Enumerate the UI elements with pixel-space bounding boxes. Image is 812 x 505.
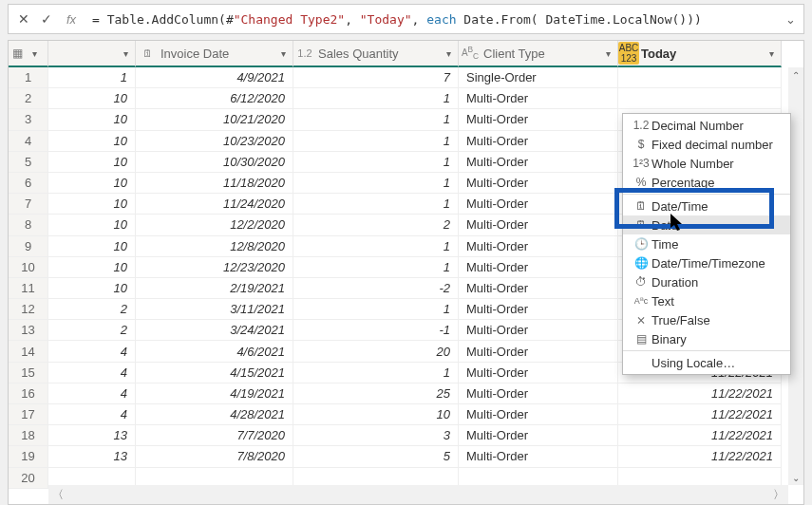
type-duration[interactable]: ⏱Duration xyxy=(623,272,790,291)
cell-invoice-date[interactable]: 4/28/2021 xyxy=(136,404,293,425)
cell-sales-quantity[interactable]: 10 xyxy=(293,404,459,425)
cell-sales-quantity[interactable]: 1 xyxy=(293,109,459,130)
column-header-client-type[interactable]: ABCClient Type▾ xyxy=(459,41,618,67)
cell-invoice-date[interactable]: 12/8/2020 xyxy=(136,236,293,257)
row-index[interactable]: 14 xyxy=(9,341,48,362)
cell-invoice-date[interactable]: 3/11/2021 xyxy=(136,299,293,320)
cell-client-type[interactable]: Multi-Order xyxy=(459,88,618,109)
row-index[interactable]: 17 xyxy=(9,404,48,425)
cell-sales-quantity[interactable]: 20 xyxy=(293,341,459,362)
cell-sales-quantity[interactable]: 25 xyxy=(293,383,459,404)
cell-col1[interactable]: 2 xyxy=(48,320,136,341)
horizontal-scrollbar[interactable]: 〈 〉 xyxy=(48,485,788,504)
row-index[interactable]: 8 xyxy=(9,215,48,235)
cell-col1[interactable]: 4 xyxy=(48,341,136,362)
cell-client-type[interactable]: Multi-Order xyxy=(459,446,618,467)
cell-sales-quantity[interactable]: 5 xyxy=(293,446,459,467)
row-index[interactable]: 9 xyxy=(9,236,48,257)
cell-client-type[interactable]: Multi-Order xyxy=(459,278,618,299)
row-index[interactable]: 12 xyxy=(9,299,48,320)
cell-sales-quantity[interactable]: -1 xyxy=(293,320,459,341)
cell-sales-quantity[interactable]: -2 xyxy=(293,278,459,299)
row-index[interactable]: 2 xyxy=(9,88,48,109)
cell-sales-quantity[interactable]: 1 xyxy=(293,236,459,257)
cell-col1[interactable]: 10 xyxy=(48,194,136,215)
row-index[interactable]: 20 xyxy=(9,468,48,489)
type-using-locale[interactable]: Using Locale… xyxy=(623,353,790,372)
cell-today[interactable]: 11/22/2021 xyxy=(618,446,782,467)
cell-col1[interactable]: 10 xyxy=(48,278,136,299)
scroll-up-arrow[interactable]: ⌃ xyxy=(788,67,803,83)
cell-client-type[interactable]: Multi-Order xyxy=(459,257,618,278)
cell-client-type[interactable]: Single-Order xyxy=(459,67,618,88)
cell-col1[interactable]: 2 xyxy=(48,299,136,320)
type-time[interactable]: 🕒Time xyxy=(623,234,790,253)
cell-col1[interactable]: 10 xyxy=(48,109,136,130)
cell-invoice-date[interactable]: 4/9/2021 xyxy=(136,67,293,88)
cell-col1[interactable]: 10 xyxy=(48,173,136,194)
cell-col1[interactable]: 10 xyxy=(48,236,136,257)
cell-col1[interactable]: 10 xyxy=(48,257,136,278)
cell-invoice-date[interactable]: 11/18/2020 xyxy=(136,173,293,194)
cell-col1[interactable]: 10 xyxy=(48,152,136,173)
cell-invoice-date[interactable]: 7/8/2020 xyxy=(136,446,293,467)
cell-invoice-date[interactable]: 7/7/2020 xyxy=(136,425,293,446)
cell-invoice-date[interactable]: 12/23/2020 xyxy=(136,257,293,278)
cell-col1[interactable]: 10 xyxy=(48,88,136,109)
cell-invoice-date[interactable]: 4/6/2021 xyxy=(136,341,293,362)
type-decimal-number[interactable]: 1.2Decimal Number xyxy=(623,116,790,135)
cell-client-type[interactable]: Multi-Order xyxy=(459,236,618,257)
scroll-left-arrow[interactable]: 〈 xyxy=(52,487,64,503)
cell-col1[interactable]: 1 xyxy=(48,67,136,88)
cell-client-type[interactable]: Multi-Order xyxy=(459,425,618,446)
scroll-down-arrow[interactable]: ⌄ xyxy=(788,470,803,485)
cell-client-type[interactable]: Multi-Order xyxy=(459,320,618,341)
type-true-false[interactable]: ⨯True/False xyxy=(623,310,790,329)
cell-invoice-date[interactable]: 12/2/2020 xyxy=(136,215,293,235)
formula-input[interactable]: = Table.AddColumn(#"Changed Type2", "Tod… xyxy=(85,12,781,27)
row-index[interactable]: 13 xyxy=(9,320,48,341)
cell-client-type[interactable]: Multi-Order xyxy=(459,383,618,404)
cell-today[interactable]: 11/22/2021 xyxy=(618,383,782,404)
cell-client-type[interactable]: Multi-Order xyxy=(459,341,618,362)
type-text[interactable]: AᴮcText xyxy=(623,291,790,310)
cell-sales-quantity[interactable]: 1 xyxy=(293,363,459,383)
cell-sales-quantity[interactable]: 1 xyxy=(293,194,459,215)
cell-invoice-date[interactable]: 10/21/2020 xyxy=(136,109,293,130)
cell-invoice-date[interactable]: 4/19/2021 xyxy=(136,383,293,404)
cell-client-type[interactable]: Multi-Order xyxy=(459,299,618,320)
cell-col1[interactable]: 10 xyxy=(48,131,136,152)
cell-sales-quantity[interactable]: 7 xyxy=(293,67,459,88)
row-index[interactable]: 1 xyxy=(9,67,48,88)
row-index[interactable]: 7 xyxy=(9,194,48,215)
column-header-sales-quantity[interactable]: 1.2Sales Quantity▾ xyxy=(293,41,459,67)
row-index[interactable]: 11 xyxy=(9,278,48,299)
row-index[interactable]: 16 xyxy=(9,383,48,404)
cell-invoice-date[interactable]: 6/12/2020 xyxy=(136,88,293,109)
expand-formula-button[interactable]: ⌄ xyxy=(781,12,800,27)
cell-client-type[interactable]: Multi-Order xyxy=(459,194,618,215)
cell-sales-quantity[interactable]: 1 xyxy=(293,257,459,278)
type-datetime-tz[interactable]: 🌐Date/Time/Timezone xyxy=(623,253,790,272)
cancel-formula-button[interactable]: ✕ xyxy=(12,11,35,27)
type-date[interactable]: 🗓Date xyxy=(623,215,790,234)
table-corner[interactable]: ▦▾ xyxy=(9,41,48,67)
cell-client-type[interactable]: Multi-Order xyxy=(459,363,618,383)
cell-client-type[interactable]: Multi-Order xyxy=(459,109,618,130)
cell-col1[interactable]: 13 xyxy=(48,446,136,467)
cell-sales-quantity[interactable]: 1 xyxy=(293,131,459,152)
cell-client-type[interactable]: Multi-Order xyxy=(459,152,618,173)
cell-invoice-date[interactable]: 11/24/2020 xyxy=(136,194,293,215)
cell-sales-quantity[interactable]: 1 xyxy=(293,299,459,320)
cell-sales-quantity[interactable]: 3 xyxy=(293,425,459,446)
type-datetime[interactable]: 🗓Date/Time xyxy=(623,196,790,215)
type-whole-number[interactable]: 1²3Whole Number xyxy=(623,154,790,173)
cell-today[interactable]: 11/22/2021 xyxy=(618,404,782,425)
cell-client-type[interactable]: Multi-Order xyxy=(459,215,618,235)
column-header-today[interactable]: ABC123Today▾ xyxy=(618,41,782,67)
cell-sales-quantity[interactable]: 1 xyxy=(293,152,459,173)
cell-today[interactable] xyxy=(618,67,782,88)
row-index[interactable]: 18 xyxy=(9,425,48,446)
cell-invoice-date[interactable]: 3/24/2021 xyxy=(136,320,293,341)
type-binary[interactable]: ▤Binary xyxy=(623,329,790,348)
